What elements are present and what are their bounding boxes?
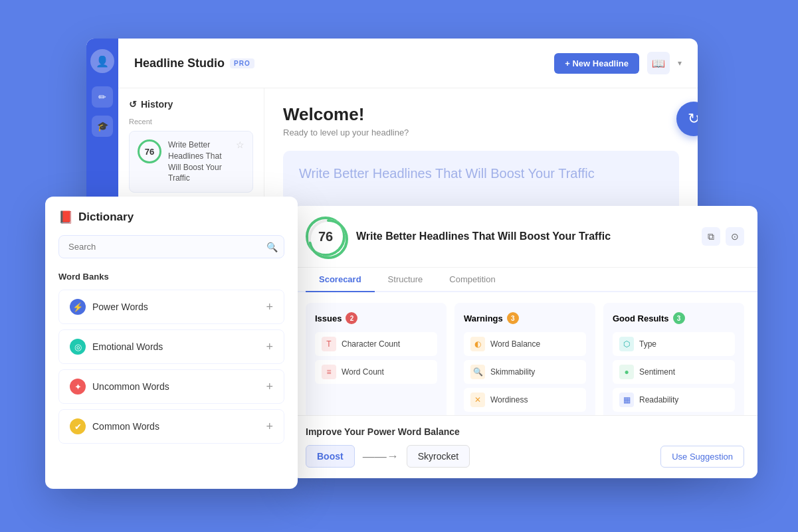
word-bank-power-words-left: ⚡ Power Words	[70, 299, 148, 315]
welcome-subtitle: Ready to level up your headline?	[283, 128, 679, 137]
character-count-icon: T	[322, 337, 336, 351]
dictionary-header: 📕 Dictionary	[58, 210, 284, 224]
issues-header: Issues 2	[315, 312, 437, 324]
tab-competition[interactable]: Competition	[436, 268, 508, 292]
history-item[interactable]: 76 Write Better Headlines That Will Boos…	[129, 131, 253, 193]
history-title: ↺ History	[129, 99, 253, 110]
user-avatar[interactable]: 👤	[90, 49, 114, 73]
good-results-count: 3	[673, 312, 685, 324]
score-circle: 76	[306, 217, 346, 256]
word-balance-icon: ◐	[470, 337, 485, 351]
issues-column: Issues 2 T Character Count ≡ Word Count	[306, 303, 447, 425]
word-bank-uncommon-words-left: ✦ Uncommon Words	[70, 379, 169, 395]
scorecard-headline: Write Better Headlines That Will Boost Y…	[356, 229, 691, 244]
power-word-row: Boost ——→ Skyrocket Use Suggestion	[306, 445, 744, 468]
power-word-title: Improve Your Power Word Balance	[306, 426, 744, 437]
skimmability-icon: 🔍	[470, 365, 485, 379]
type-label: Type	[639, 339, 656, 349]
arrow-icon: ——→	[363, 450, 399, 464]
word-bank-common-words[interactable]: ✔ Common Words +	[58, 409, 284, 444]
wordiness-label: Wordiness	[490, 395, 528, 404]
refresh-button[interactable]: ↻	[676, 102, 698, 136]
expand-uncommon-words-icon: +	[266, 380, 273, 394]
character-count-label: Character Count	[342, 339, 400, 349]
pro-badge: PRO	[230, 58, 254, 68]
history-icon: ↺	[129, 99, 137, 110]
sidebar-icon-pen[interactable]: ✏	[92, 86, 113, 108]
scorecard-actions: ⧉ ⊙	[702, 227, 744, 246]
word-bank-emotional-words[interactable]: ◎ Emotional Words +	[58, 329, 284, 364]
result-sentiment[interactable]: ● Sentiment	[613, 360, 735, 384]
readability-label: Readability	[639, 395, 678, 404]
word-bank-emotional-words-left: ◎ Emotional Words	[70, 339, 163, 355]
good-results-header: Good Results 3	[613, 312, 735, 324]
word-bank-uncommon-words[interactable]: ✦ Uncommon Words +	[58, 369, 284, 404]
readability-icon: ▦	[619, 393, 634, 407]
uncommon-words-icon: ✦	[70, 379, 86, 395]
tabs: Scorecard Structure Competition	[292, 268, 757, 292]
uncommon-words-label: Uncommon Words	[92, 381, 169, 392]
scorecard-header: 76 Write Better Headlines That Will Boos…	[292, 206, 757, 268]
sentiment-icon: ●	[619, 365, 634, 379]
expand-power-words-icon: +	[266, 300, 273, 314]
emotional-words-label: Emotional Words	[92, 341, 163, 352]
app-title: Headline Studio	[134, 56, 225, 70]
word-bank-power-words[interactable]: ⚡ Power Words +	[58, 290, 284, 324]
sidebar-icon-learn[interactable]: 🎓	[92, 116, 113, 137]
warning-skimmability[interactable]: 🔍 Skimmability	[464, 360, 586, 384]
from-word-tag: Boost	[306, 445, 355, 468]
welcome-title: Welcome!	[283, 104, 679, 125]
dictionary-title: Dictionary	[78, 211, 134, 224]
expand-common-words-icon: +	[266, 420, 273, 434]
search-input[interactable]	[58, 235, 284, 258]
power-words-label: Power Words	[92, 302, 148, 312]
expand-emotional-words-icon: +	[266, 340, 273, 354]
common-words-icon: ✔	[70, 418, 86, 434]
nav-up-icon[interactable]: ⊙	[726, 227, 744, 246]
warning-word-balance[interactable]: ◐ Word Balance	[464, 332, 586, 356]
scorecard-window: 76 Write Better Headlines That Will Boos…	[292, 206, 757, 478]
issue-character-count[interactable]: T Character Count	[315, 332, 437, 356]
issue-word-count[interactable]: ≡ Word Count	[315, 360, 437, 384]
type-icon: ⬡	[619, 337, 634, 351]
use-suggestion-button[interactable]: Use Suggestion	[660, 446, 744, 468]
copy-icon[interactable]: ⧉	[702, 227, 720, 246]
word-count-label: Word Count	[342, 367, 384, 377]
good-results-label: Good Results	[613, 313, 669, 323]
word-bank-common-words-left: ✔ Common Words	[70, 418, 159, 434]
skimmability-label: Skimmability	[490, 367, 535, 377]
search-icon: 🔍	[266, 242, 278, 252]
header: Headline Studio PRO + New Headline 📖 ▾	[118, 39, 698, 88]
wordiness-icon: ✕	[470, 393, 485, 407]
header-actions: + New Headline 📖 ▾	[554, 52, 682, 74]
good-results-column: Good Results 3 ⬡ Type ● Sentiment ▦ Read…	[603, 303, 744, 425]
book-icon-button[interactable]: 📖	[647, 52, 670, 74]
tab-structure[interactable]: Structure	[375, 268, 437, 292]
issues-count: 2	[346, 312, 357, 324]
history-score-badge: 76	[138, 139, 161, 163]
header-logo: Headline Studio PRO	[134, 56, 254, 70]
dictionary-book-icon: 📕	[58, 210, 73, 224]
word-banks-label: Word Banks	[58, 272, 284, 282]
dictionary-panel: 📕 Dictionary 🔍 Word Banks ⚡ Power Words …	[45, 197, 298, 489]
sentiment-label: Sentiment	[639, 367, 675, 377]
word-balance-label: Word Balance	[490, 339, 540, 349]
word-count-icon: ≡	[322, 365, 336, 379]
power-word-section: Improve Your Power Word Balance Boost ——…	[292, 415, 757, 478]
common-words-label: Common Words	[92, 421, 159, 432]
warnings-label: Warnings	[464, 313, 503, 323]
chevron-down-icon: ▾	[678, 58, 682, 68]
history-recent-label: Recent	[129, 118, 253, 126]
star-icon: ☆	[236, 139, 245, 150]
scorecard-content: Issues 2 T Character Count ≡ Word Count …	[292, 292, 757, 436]
tab-scorecard[interactable]: Scorecard	[306, 268, 375, 292]
warnings-header: Warnings 3	[464, 312, 586, 324]
result-readability[interactable]: ▦ Readability	[613, 388, 735, 412]
result-type[interactable]: ⬡ Type	[613, 332, 735, 356]
emotional-words-icon: ◎	[70, 339, 86, 355]
new-headline-button[interactable]: + New Headline	[554, 53, 639, 74]
warning-wordiness[interactable]: ✕ Wordiness	[464, 388, 586, 412]
history-item-text: Write Better Headlines That Will Boost Y…	[168, 139, 229, 184]
warnings-column: Warnings 3 ◐ Word Balance 🔍 Skimmability…	[454, 303, 595, 425]
issues-label: Issues	[315, 313, 342, 323]
